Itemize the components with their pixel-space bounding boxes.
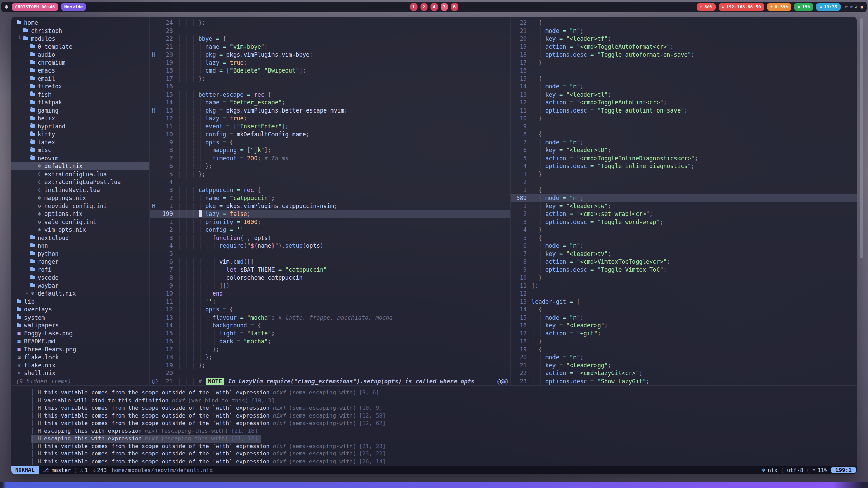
file-tree[interactable]: homechristoph└modules0_templateaudiochro… — [11, 17, 150, 385]
code-line[interactable]: 13│ │ │ │ │ flavour = "mocha"; # latte, … — [150, 314, 510, 322]
code-line[interactable]: H20│ │ │ │ pkg = pkgs.vimPlugins.vim-bby… — [150, 51, 510, 59]
code-line[interactable]: 10│ │ │ │ │ end — [150, 290, 510, 298]
tree-item-flake-lock[interactable]: ⊠flake.lock — [11, 353, 149, 362]
code-line[interactable]: 15│ { — [511, 75, 857, 83]
diagnostic-row[interactable]: │Hthis variable comes from the scope out… — [11, 412, 857, 420]
code-line[interactable]: 20│ │ key = "<leader>tf"; — [511, 35, 857, 43]
tree-item-nnn[interactable]: nnn — [11, 242, 149, 250]
code-line[interactable]: 15│ │ mode = "n"; — [511, 314, 857, 322]
code-pane-right[interactable]: 22│ {21│ │ mode = "n";20│ │ key = "<lead… — [511, 17, 857, 385]
tree-item-overlays[interactable]: overlays — [11, 306, 149, 314]
code-line[interactable]: 21│ │ key = "<leader>gg"; — [511, 362, 857, 370]
code-line[interactable]: 6│ │ mode = "n"; — [511, 242, 857, 250]
tree-item-chromium[interactable]: chromium — [11, 59, 149, 67]
code-line[interactable]: 21│ │ mode = "n"; — [511, 27, 857, 35]
code-line[interactable]: 23 — [150, 27, 510, 35]
tree-item-lib[interactable]: lib — [11, 298, 149, 306]
code-line[interactable]: 6│ │ key = "<leader>tD"; — [511, 146, 857, 155]
workspace-4[interactable]: 4 — [430, 3, 438, 11]
code-line[interactable]: 4│ │ │ │ │ │ require("${name}").setup(op… — [150, 242, 510, 250]
code-line[interactable]: 14│ { — [511, 306, 857, 314]
code-line[interactable]: 16 — [150, 83, 510, 91]
code-line[interactable]: 15│ │ │ │ │ │ light = "latte"; — [150, 330, 510, 338]
tree-item-ranger[interactable]: ranger — [11, 258, 149, 266]
tree-item-audio[interactable]: audio — [11, 51, 149, 59]
code-line[interactable]: 4 — [150, 178, 510, 186]
code-line[interactable]: 21│ │ │ │ name = "vim-bbye"; — [150, 43, 510, 51]
code-line[interactable]: 14│ │ mode = "n"; — [511, 83, 857, 91]
tree-item-misc[interactable]: misc — [11, 146, 149, 155]
tree-item-waybar[interactable]: waybar — [11, 282, 149, 290]
code-line[interactable]: 7│ │ mode = "n"; — [511, 139, 857, 147]
tree-item-default-nix[interactable]: ❄default.nix — [11, 162, 149, 170]
code-line[interactable]: H1│ │ │ │ pkg = pkgs.vimPlugins.catppucc… — [150, 202, 510, 210]
code-line[interactable]: 22│ │ action = "<cmd>LazyGit<cr>"; — [511, 369, 857, 378]
workspace-2[interactable]: 2 — [420, 3, 427, 11]
code-line[interactable]: 14│ │ │ │ │ background = { — [150, 322, 510, 330]
code-line[interactable]: 12│ │ │ │ lazy = true; — [150, 115, 510, 123]
code-line[interactable]: 9│ │ options.desc = "Toggle Vimtex ToC"; — [511, 266, 857, 274]
tree-item-options-nix[interactable]: ❄options.nix — [11, 210, 149, 218]
code-line[interactable]: 17│ } — [511, 59, 857, 67]
code-line[interactable]: 2 — [511, 178, 857, 186]
code-line[interactable]: 24│ │ │ }; — [150, 19, 510, 27]
code-pane-left[interactable]: 24│ │ │ };2322│ │ │ bbye = {21│ │ │ │ na… — [150, 17, 511, 385]
workspace-8[interactable]: 8 — [451, 3, 458, 11]
tree-item-helix[interactable]: helix — [11, 115, 149, 123]
code-line[interactable]: 3│ │ │ catppuccin = rec { — [150, 186, 510, 195]
clock-badge[interactable]: ⊙ 13:35 — [816, 3, 841, 11]
code-line[interactable]: 7│ │ │ │ │ │ │ let $BAT_THEME = "catppuc… — [150, 266, 510, 274]
app-badge[interactable]: Neovide — [61, 3, 86, 11]
tree-item-hyprland[interactable]: hyprland — [11, 123, 149, 131]
code-line[interactable]: 1│ │ │ │ priority = 1000; — [150, 218, 510, 226]
code-line[interactable]: 11│ │ │ │ event = ["InsertEnter"]; — [150, 123, 510, 131]
code-line[interactable]: 13leader-git = [ — [511, 298, 857, 306]
code-line[interactable]: 589│ │ mode = "n"; — [511, 194, 857, 202]
code-line[interactable]: 3│ } — [511, 170, 857, 179]
tree-item-vim-opts-nix[interactable]: ❄vim_opts.nix — [11, 226, 149, 234]
diagnostic-hints[interactable]: ◇ 243 — [93, 467, 107, 473]
network-badge[interactable]: ⊕ 192.168.86.50 — [719, 3, 764, 11]
code-line[interactable]: 16 — [511, 67, 857, 75]
code-line[interactable]: 8│ │ │ │ │ │ │ colorscheme catppuccin — [150, 274, 510, 282]
session-badge[interactable]: CHRISTOPH 00:46 — [12, 3, 58, 11]
code-line[interactable]: 17│ │ │ │ │ }; — [150, 346, 510, 354]
tree-item-extraconfiglua-lua[interactable]: ☾extraConfigLua.lua — [11, 170, 149, 179]
code-line[interactable]: H13│ │ │ │ pkg = pkgs.vimPlugins.better-… — [150, 107, 510, 115]
tree-item-python[interactable]: python — [11, 250, 149, 258]
tree-item-firefox[interactable]: firefox — [11, 83, 149, 91]
tree-item-system[interactable]: system — [11, 314, 149, 322]
network-traffic-icon[interactable]: ⇵ — [850, 4, 853, 9]
code-line[interactable]: 8│ │ │ │ │ mapping = ["jk"]; — [150, 146, 510, 155]
code-line[interactable]: 5 — [150, 250, 510, 258]
diagnostic-row[interactable]: │Hescaping this with expressionnixf(esca… — [11, 427, 857, 435]
code-line[interactable]: 10│ } — [511, 115, 857, 123]
code-line[interactable]: 1│ │ key = "<leader>tw"; — [511, 202, 857, 210]
code-line[interactable]: 17│ │ action = "+git"; — [511, 330, 857, 338]
code-line[interactable]: 5│ │ action = "<cmd>ToggleInlineDiagnost… — [511, 155, 857, 163]
tree-item-vale-config-ini[interactable]: ⚙vale_config.ini — [11, 218, 149, 226]
code-line[interactable]: 5│ { — [511, 234, 857, 242]
tree-item-extraconfigluapost-lua[interactable]: ☾extraConfigLuaPost.lua — [11, 178, 149, 186]
code-line[interactable]: 13│ │ key = "<leader>tl"; — [511, 91, 857, 99]
code-line[interactable]: 3│ │ options.desc = "Toggle word-wrap"; — [511, 218, 857, 226]
tree-item-modules[interactable]: └modules — [11, 35, 149, 43]
diagnostic-warnings[interactable]: △ 1 — [80, 467, 88, 473]
tree-item-rofi[interactable]: rofi — [11, 266, 149, 274]
battery-badge[interactable]: ⚡ 80% — [697, 3, 716, 11]
code-line[interactable]: 2│ │ action = "<cmd>:set wrap!<cr>"; — [511, 210, 857, 218]
tree-item-mapp-ngs-nix[interactable]: ❄mapp¡ngs.nix — [11, 194, 149, 202]
code-line[interactable]: 9│ │ │ │ │ │ ]]) — [150, 282, 510, 290]
diagnostic-row[interactable]: │Hthis variable comes from the scope out… — [11, 458, 857, 466]
code-line[interactable]: 22│ { — [511, 19, 857, 27]
code-line[interactable]: 18│ │ options.desc = "Toggle autoformat-… — [511, 51, 857, 59]
code-line[interactable]: 20 — [150, 369, 510, 378]
code-line[interactable]: 11]; — [511, 282, 857, 290]
tree-item-emacs[interactable]: emacs — [11, 67, 149, 75]
code-line[interactable]: ⓘ21│ │ │ # NOTE In LazyVim require("clan… — [150, 378, 510, 386]
tree-item-fish[interactable]: fish — [11, 91, 149, 99]
code-line[interactable]: 6│ │ │ │ │ │ vim.cmd([[ — [150, 258, 510, 266]
code-line[interactable]: 2│ │ │ │ config = '' — [150, 226, 510, 234]
code-line[interactable]: 7│ │ key = "<leader>tv"; — [511, 250, 857, 258]
scrollbar[interactable] — [860, 18, 863, 258]
